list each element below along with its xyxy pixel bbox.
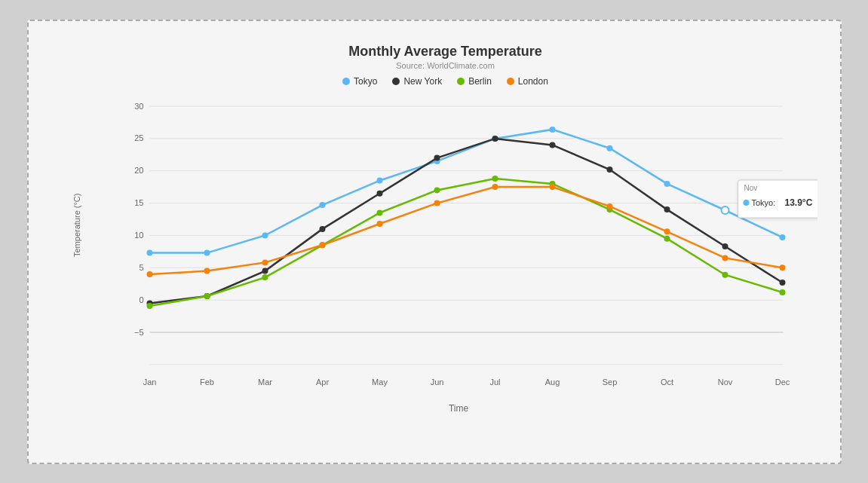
svg-point-33 <box>319 202 325 208</box>
chart-container: Monthly Average Temperature Source: Worl… <box>27 20 842 464</box>
svg-point-76 <box>722 255 728 261</box>
svg-point-45 <box>319 225 325 231</box>
svg-point-77 <box>779 264 785 271</box>
svg-point-34 <box>376 177 382 183</box>
svg-point-53 <box>779 280 785 286</box>
legend-item-newyork: New York <box>392 76 442 87</box>
svg-text:20: 20 <box>134 166 143 175</box>
svg-point-73 <box>549 184 555 190</box>
svg-text:May: May <box>372 378 388 387</box>
svg-text:Dec: Dec <box>774 378 790 387</box>
svg-point-59 <box>434 187 440 193</box>
y-axis: Temperature (°C) <box>74 91 100 414</box>
legend-item-london: London <box>507 76 548 87</box>
legend-item-berlin: Berlin <box>457 76 492 87</box>
legend-label-newyork: New York <box>403 76 442 87</box>
svg-text:−5: −5 <box>133 328 143 337</box>
svg-point-72 <box>492 184 498 190</box>
svg-text:Jan: Jan <box>143 378 156 387</box>
svg-point-56 <box>262 274 268 280</box>
svg-text:5: 5 <box>139 263 143 272</box>
chart-source: Source: WorldClimate.com <box>74 61 817 70</box>
svg-point-54 <box>146 302 152 308</box>
svg-point-65 <box>779 289 785 295</box>
legend-label-london: London <box>518 76 548 87</box>
svg-text:Apr: Apr <box>315 378 328 387</box>
svg-point-68 <box>262 259 268 265</box>
svg-text:Nov: Nov <box>717 378 732 387</box>
svg-text:10: 10 <box>134 231 143 240</box>
svg-point-32 <box>262 232 268 238</box>
svg-point-55 <box>204 293 210 299</box>
svg-point-52 <box>722 243 728 249</box>
legend-label-berlin: Berlin <box>468 76 492 87</box>
chart-svg: 30 25 20 15 10 5 0 −5 Jan Feb Mar Apr Ma… <box>100 91 817 408</box>
svg-point-39 <box>664 180 670 186</box>
svg-point-49 <box>549 142 555 148</box>
svg-point-48 <box>492 135 498 141</box>
svg-point-31 <box>204 249 210 255</box>
svg-point-58 <box>376 209 382 216</box>
svg-text:Jul: Jul <box>489 378 500 387</box>
svg-point-38 <box>606 145 612 151</box>
legend-dot-tokyo <box>342 78 350 85</box>
svg-point-46 <box>376 190 382 196</box>
legend-item-tokyo: Tokyo <box>342 76 377 87</box>
legend-dot-newyork <box>392 78 400 85</box>
svg-text:Oct: Oct <box>660 378 673 387</box>
svg-point-47 <box>434 154 440 160</box>
legend-dot-london <box>507 78 514 85</box>
legend-label-tokyo: Tokyo <box>354 76 377 87</box>
svg-point-51 <box>664 206 670 212</box>
svg-text:Feb: Feb <box>200 378 214 387</box>
chart-plot-area: 30 25 20 15 10 5 0 −5 Jan Feb Mar Apr Ma… <box>100 91 817 414</box>
y-axis-label: Temperature (°C) <box>72 193 81 256</box>
svg-point-71 <box>434 200 440 206</box>
svg-point-70 <box>376 221 382 227</box>
chart-title: Monthly Average Temperature <box>74 44 817 60</box>
legend: Tokyo New York Berlin London <box>74 76 817 87</box>
svg-text:Mar: Mar <box>258 378 272 387</box>
svg-text:15: 15 <box>134 198 143 207</box>
svg-text:Aug: Aug <box>544 378 560 387</box>
svg-point-69 <box>319 242 325 248</box>
svg-text:0: 0 <box>139 295 143 304</box>
svg-text:25: 25 <box>134 133 143 142</box>
svg-point-66 <box>146 271 152 277</box>
svg-point-64 <box>722 271 728 277</box>
svg-text:Nov: Nov <box>744 184 757 192</box>
svg-text:30: 30 <box>134 102 143 111</box>
svg-point-44 <box>262 267 268 274</box>
svg-text:13.9°C: 13.9°C <box>784 197 812 208</box>
svg-point-41 <box>779 234 785 240</box>
svg-point-37 <box>549 126 555 132</box>
svg-text:Tokyo:: Tokyo: <box>751 198 775 207</box>
svg-text:Jun: Jun <box>430 378 443 387</box>
svg-point-63 <box>664 235 670 241</box>
svg-point-50 <box>606 167 612 173</box>
svg-point-67 <box>204 267 210 274</box>
svg-point-40 <box>721 206 728 214</box>
svg-point-80 <box>743 200 749 206</box>
svg-point-30 <box>146 249 152 255</box>
legend-dot-berlin <box>457 78 465 85</box>
svg-point-74 <box>606 203 612 209</box>
svg-point-75 <box>664 228 670 234</box>
svg-point-60 <box>492 176 498 182</box>
svg-text:Sep: Sep <box>602 378 617 387</box>
